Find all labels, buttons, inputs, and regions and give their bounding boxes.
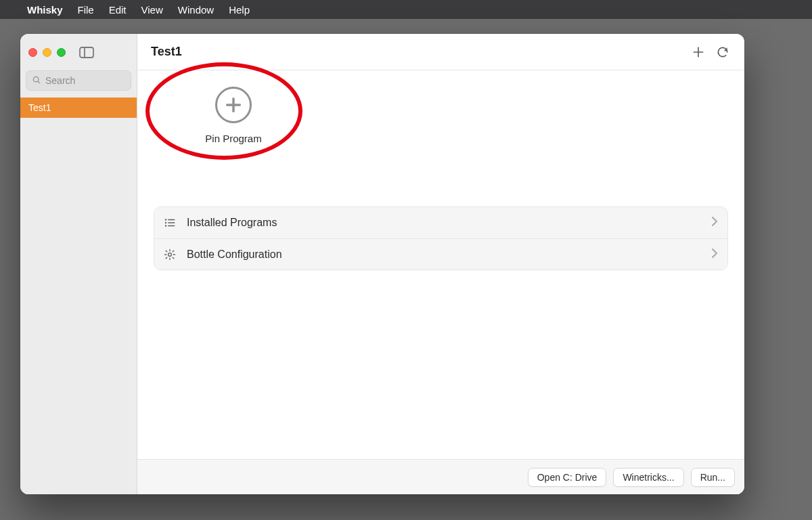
list-icon [164,217,177,229]
svg-point-8 [165,219,166,220]
refresh-button[interactable] [715,44,731,60]
titlebar-left [20,34,137,70]
menubar-item-help[interactable]: Help [229,4,250,16]
traffic-lights [28,48,66,57]
gear-icon [164,248,177,261]
minimize-window-button[interactable] [43,48,51,57]
menubar-item-edit[interactable]: Edit [109,4,127,16]
settings-list: Installed Programs Bottle Configuration [154,207,728,270]
main-pane: Test1 Pin Program [137,34,744,494]
svg-line-3 [38,81,40,83]
pin-program-label: Pin Program [205,133,261,144]
macos-menubar: Whisky File Edit View Window Help [0,0,812,19]
sidebar-toggle-icon[interactable] [79,47,94,58]
add-button[interactable] [690,44,706,60]
menubar-item-view[interactable]: View [141,4,163,16]
footer-toolbar: Open C: Drive Winetricks... Run... [137,459,744,494]
search-field[interactable] [26,70,131,91]
app-window: Test1 Test1 [20,34,744,494]
search-input[interactable] [45,75,125,86]
svg-point-10 [165,225,166,226]
row-label: Installed Programs [187,217,702,229]
sidebar-item-label: Test1 [28,102,51,113]
menubar-app-name[interactable]: Whisky [27,4,63,16]
row-installed-programs[interactable]: Installed Programs [154,207,727,238]
row-bottle-configuration[interactable]: Bottle Configuration [154,238,727,269]
chevron-right-icon [712,217,718,229]
run-button[interactable]: Run... [691,468,735,487]
row-label: Bottle Configuration [187,248,702,261]
pin-program-button[interactable]: Pin Program [166,87,301,144]
content-area: Pin Program Installed Programs [137,70,744,459]
close-window-button[interactable] [28,48,37,57]
search-icon [32,75,41,87]
sidebar-list: Test1 [20,98,137,118]
chevron-right-icon [712,248,718,261]
sidebar-item-test1[interactable]: Test1 [20,98,137,118]
svg-rect-0 [80,47,93,58]
titlebar: Test1 [137,34,744,70]
winetricks-button[interactable]: Winetricks... [613,468,683,487]
plus-circle-icon [215,87,252,123]
open-c-drive-button[interactable]: Open C: Drive [528,468,607,487]
svg-point-14 [168,253,172,256]
svg-point-9 [165,222,166,223]
fullscreen-window-button[interactable] [57,48,66,57]
sidebar: Test1 [20,34,137,494]
menubar-item-window[interactable]: Window [178,4,214,16]
page-title: Test1 [151,45,682,59]
menubar-item-file[interactable]: File [78,4,94,16]
